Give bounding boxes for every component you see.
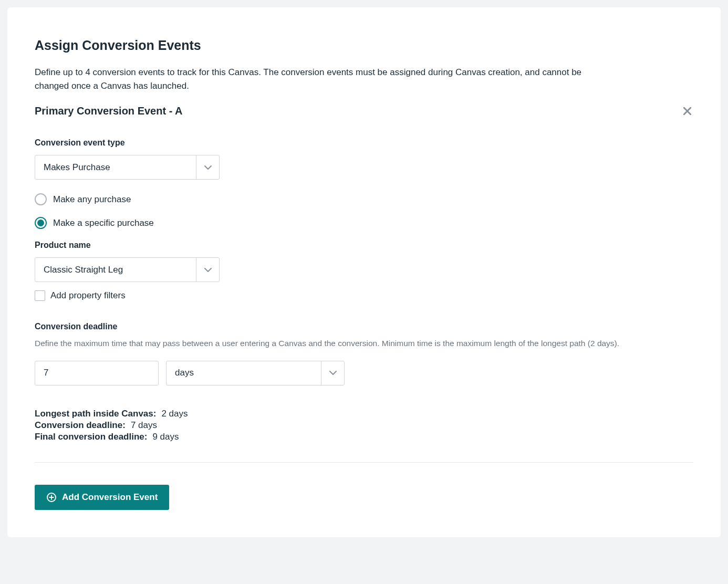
summary-longest-value: 2 days	[161, 409, 188, 419]
deadline-inputs: days	[35, 361, 693, 385]
conversion-deadline-section: Conversion deadline Define the maximum t…	[35, 322, 693, 385]
product-name-select[interactable]: Classic Straight Leg	[35, 257, 220, 282]
summary-final-label: Final conversion deadline:	[35, 432, 147, 442]
event-header: Primary Conversion Event - A	[35, 105, 693, 117]
deadline-value-input[interactable]	[35, 361, 159, 385]
product-name-label: Product name	[35, 241, 693, 250]
summary-longest-label: Longest path inside Canvas:	[35, 409, 156, 419]
deadline-description: Define the maximum time that may pass be…	[35, 338, 693, 349]
radio-any-purchase[interactable]: Make any purchase	[35, 193, 693, 205]
add-button-label: Add Conversion Event	[62, 492, 158, 503]
product-name-section: Product name Classic Straight Leg	[35, 241, 693, 282]
summary-final-deadline: Final conversion deadline: 9 days	[35, 432, 693, 442]
conversion-events-card: Assign Conversion Events Define up to 4 …	[7, 7, 721, 537]
summary-deadline-label: Conversion deadline:	[35, 420, 126, 431]
page-title: Assign Conversion Events	[35, 38, 693, 53]
radio-any-label: Make any purchase	[53, 194, 131, 205]
summary-longest-path: Longest path inside Canvas: 2 days	[35, 409, 693, 419]
chevron-down-icon	[196, 155, 219, 179]
close-event-button[interactable]	[681, 105, 693, 117]
deadline-label: Conversion deadline	[35, 322, 693, 331]
radio-specific-label: Make a specific purchase	[53, 218, 154, 228]
close-icon	[683, 107, 691, 115]
radio-unselected-icon	[35, 193, 47, 205]
summary-final-value: 9 days	[152, 432, 179, 442]
summary-conversion-deadline: Conversion deadline: 7 days	[35, 420, 693, 431]
event-type-value: Makes Purchase	[35, 155, 196, 179]
radio-selected-icon	[35, 217, 47, 229]
product-name-value: Classic Straight Leg	[35, 258, 196, 281]
svg-rect-3	[49, 497, 54, 498]
add-conversion-event-button[interactable]: Add Conversion Event	[35, 485, 169, 510]
chevron-down-icon	[321, 361, 344, 385]
add-property-filters-checkbox[interactable]: Add property filters	[35, 290, 693, 301]
chevron-down-icon	[196, 258, 219, 281]
summary-deadline-value: 7 days	[131, 420, 157, 431]
plus-circle-icon	[46, 492, 57, 503]
event-title: Primary Conversion Event - A	[35, 105, 183, 117]
radio-specific-purchase[interactable]: Make a specific purchase	[35, 217, 693, 229]
event-type-label: Conversion event type	[35, 138, 693, 148]
deadline-unit-select[interactable]: days	[166, 361, 345, 385]
event-type-select[interactable]: Makes Purchase	[35, 155, 220, 180]
summary-section: Longest path inside Canvas: 2 days Conve…	[35, 409, 693, 442]
page-description: Define up to 4 conversion events to trac…	[35, 66, 602, 92]
filter-label: Add property filters	[50, 290, 126, 301]
deadline-unit-value: days	[167, 361, 321, 385]
divider	[35, 462, 693, 463]
checkbox-unchecked-icon	[35, 290, 45, 301]
event-type-section: Conversion event type Makes Purchase	[35, 138, 693, 180]
